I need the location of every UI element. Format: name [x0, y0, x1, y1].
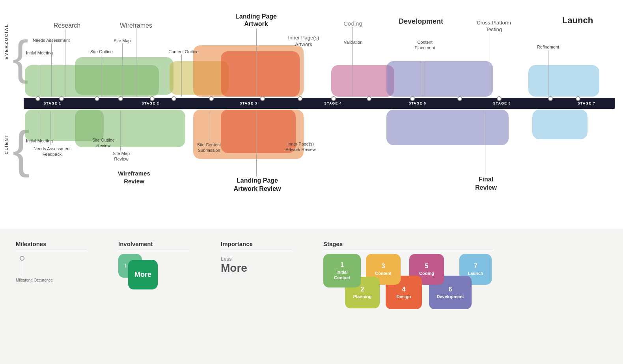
- milestone-4: [118, 96, 123, 101]
- stage-4-label: Design: [397, 294, 411, 299]
- label-development: Development: [388, 17, 453, 26]
- milestone-16: [576, 96, 580, 101]
- vline-initial-meeting-bot: [38, 111, 38, 137]
- milestone-14: [497, 96, 502, 101]
- stages-visual: 1 InitialContact 2 Planning 3 Content 4 …: [323, 254, 481, 317]
- label-content-placement: ContentPlacement: [404, 39, 446, 51]
- vline-site-map: [122, 43, 123, 97]
- stage-4-num: 4: [402, 286, 406, 294]
- vline-content-placement: [424, 47, 424, 97]
- label-refinement: Refinement: [528, 44, 568, 50]
- stage-2-num: 2: [361, 286, 364, 294]
- label-landing-page-artwork: Landing PageArtwork: [222, 13, 291, 28]
- label-content-outline: Content Outline: [161, 49, 206, 54]
- stage-3-label: STAGE 3: [220, 101, 277, 105]
- everzocial-label: EVERZOCIAL: [4, 24, 9, 60]
- main-diagram: EVERZOCIAL CLIENT { { STAGE 1 STAGE 2 ST…: [0, 0, 623, 229]
- label-site-content: Site ContentSubmission: [185, 142, 233, 153]
- stage-7-label: STAGE 7: [558, 101, 616, 105]
- label-needs-assessment: Needs Assessment: [28, 37, 75, 43]
- stages-title: Stages: [323, 241, 493, 250]
- stage-6-label: STAGE 6: [446, 101, 558, 105]
- client-label: CLIENT: [4, 134, 9, 155]
- vline-validation: [352, 45, 353, 97]
- importance-title: Importance: [221, 241, 292, 250]
- milestone-15: [548, 96, 553, 101]
- vline-inner-page: [302, 41, 302, 97]
- stage-2-label: Planning: [353, 294, 371, 299]
- label-cross-platform: Cross-PlatformTesting: [463, 20, 524, 33]
- label-wireframes-review: WireframesReview: [108, 170, 160, 185]
- stage-5-label: STAGE 5: [389, 101, 446, 105]
- label-inner-page-artwork: Inner Page(s)Artwork: [280, 35, 327, 48]
- milestone-legend-line: [22, 261, 22, 276]
- milestone-9: [298, 96, 302, 101]
- blob-stage6-bot: [386, 110, 509, 145]
- stage-box-1: 1 InitialContact: [323, 254, 361, 287]
- label-validation: Validation: [334, 39, 372, 45]
- blob-stage7-top: [528, 65, 599, 97]
- stage-5-num: 5: [425, 262, 429, 271]
- blob-stage6-top: [386, 61, 493, 97]
- vline-landing-artwork-review: [256, 111, 257, 176]
- stage-6-label: Development: [436, 294, 464, 299]
- stage-1-label: InitialContact: [334, 269, 350, 281]
- vline-site-outline: [101, 54, 101, 97]
- label-needs-feedback: Needs AssessmentFeedback: [28, 146, 76, 157]
- milestone-10: [331, 96, 336, 101]
- involvement-title: Involvement: [118, 241, 189, 250]
- importance-less: Less: [221, 256, 292, 262]
- vline-wireframes: [136, 28, 136, 97]
- involvement-more: More: [128, 260, 158, 289]
- milestone-13: [457, 96, 462, 101]
- label-inner-artwork-review: Inner Page(s)Artwork Review: [274, 141, 327, 153]
- blob-stage5-top: [331, 65, 394, 97]
- vline-inner-artwork-review: [300, 111, 300, 141]
- label-site-outline-review: Site OutlineReview: [83, 137, 124, 149]
- milestone-8: [260, 96, 265, 101]
- stage-6-num: 6: [449, 286, 452, 294]
- importance-more: More: [221, 262, 292, 274]
- stage-3-label: Content: [375, 271, 392, 276]
- milestone-11: [367, 96, 371, 101]
- stage-7-label: Launch: [468, 271, 483, 276]
- milestone-12: [410, 96, 415, 101]
- importance-visual: Less More: [221, 256, 292, 274]
- label-launch: Launch: [552, 15, 603, 26]
- milestone-legend-dot: [20, 256, 24, 261]
- blob-stage7-bot: [532, 110, 588, 139]
- blob-stage2-top: [75, 57, 173, 95]
- legend-section: Milestones Milestone Occurence Involveme…: [0, 229, 623, 329]
- vline-cross-platform: [491, 31, 491, 97]
- vline-research: [65, 30, 65, 97]
- vline-initial-meeting-top: [38, 55, 38, 97]
- vline-final-review: [485, 111, 485, 174]
- stage-1-num: 1: [340, 261, 344, 269]
- label-initial-meeting-bot: Initial Meeting: [20, 138, 59, 144]
- stage-3-num: 3: [382, 262, 385, 271]
- label-coding: Coding: [335, 20, 371, 28]
- stage-5-label: Coding: [419, 271, 434, 276]
- vline-landing-page: [256, 29, 257, 97]
- label-research: Research: [43, 22, 91, 30]
- vline-site-content: [209, 111, 209, 141]
- milestones-title: Milestones: [16, 241, 87, 250]
- vline-development: [422, 24, 422, 97]
- blob-stage4-center-top: [221, 51, 300, 97]
- involvement-legend: Involvement Less More: [118, 241, 189, 289]
- stage-1-label: STAGE 1: [24, 101, 81, 105]
- label-initial-meeting-top: Initial Meeting: [20, 50, 59, 56]
- vline-refinement: [548, 50, 548, 97]
- milestone-5: [150, 96, 155, 101]
- milestone-1: [35, 96, 40, 101]
- importance-legend: Importance Less More: [221, 241, 292, 274]
- milestone-legend-visual: Milestone Occurence: [16, 256, 87, 282]
- milestone-3: [95, 96, 99, 101]
- involvement-visual: Less More: [118, 254, 158, 289]
- milestone-legend-label: Milestone Occurence: [16, 278, 53, 282]
- stage-2-label: STAGE 2: [81, 101, 220, 105]
- label-site-map: Site Map: [106, 38, 138, 43]
- stage-4-label: STAGE 4: [277, 101, 389, 105]
- milestone-6: [172, 96, 176, 101]
- label-final-review: FinalReview: [463, 175, 509, 192]
